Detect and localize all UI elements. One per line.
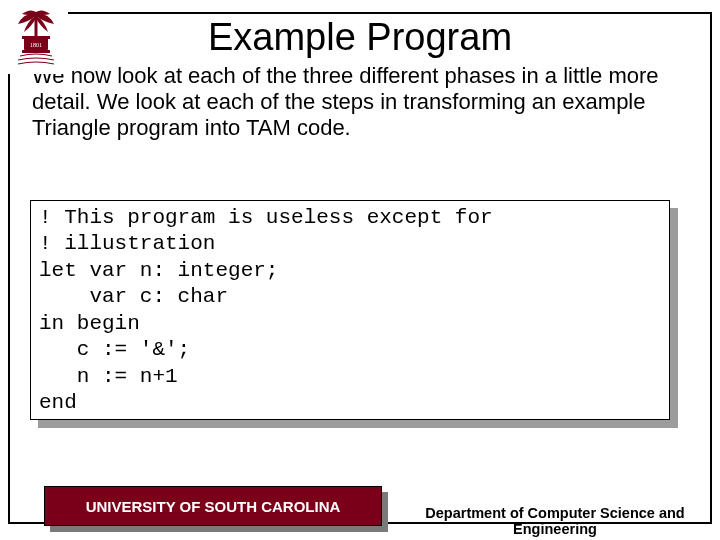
slide-title: Example Program bbox=[10, 14, 710, 61]
university-logo: 1801 bbox=[4, 4, 68, 74]
svg-text:1801: 1801 bbox=[30, 42, 42, 48]
footer-department: Department of Computer Science and Engin… bbox=[402, 505, 708, 538]
code-box: ! This program is useless except for ! i… bbox=[30, 200, 670, 420]
palmetto-seal-icon: 1801 bbox=[8, 6, 64, 70]
svg-rect-1 bbox=[22, 36, 50, 39]
footer-university: UNIVERSITY OF SOUTH CAROLINA bbox=[44, 486, 382, 526]
slide-frame: 1801 Example Program We now look at each… bbox=[8, 12, 712, 524]
svg-rect-2 bbox=[22, 50, 50, 53]
slide-paragraph: We now look at each of the three differe… bbox=[10, 61, 710, 141]
